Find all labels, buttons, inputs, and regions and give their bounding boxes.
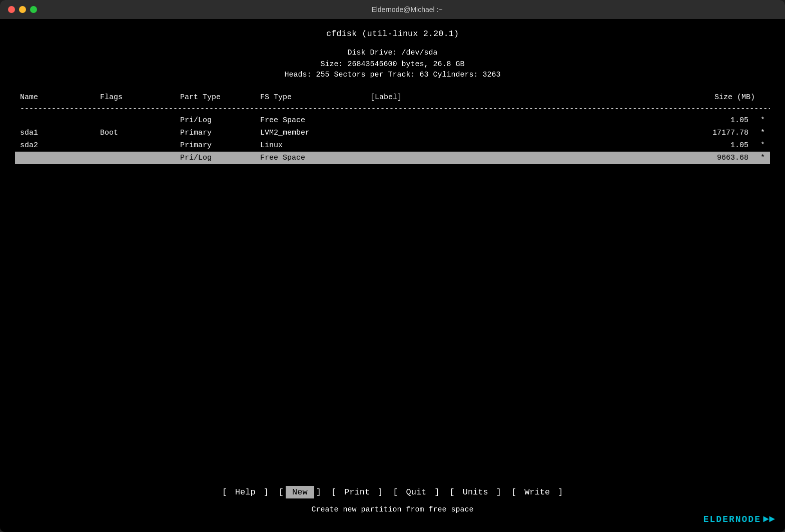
cell-flags [100, 154, 180, 162]
table-divider: ----------------------------------------… [15, 104, 770, 114]
menu-item-units[interactable]: [Units] [450, 486, 501, 498]
bracket-right: ] [496, 487, 501, 497]
node-text: NODE [735, 514, 761, 524]
menu-label: Quit [400, 486, 433, 498]
menu-label: Print [338, 486, 376, 498]
cell-size: 1.05 [470, 141, 758, 150]
cell-label [370, 141, 470, 150]
cell-parttype: Primary [180, 141, 260, 150]
col-header-name: Name [20, 93, 100, 102]
disk-size: Size: 26843545600 bytes, 26.8 GB [15, 60, 770, 69]
col-header-size: Size (MB) [470, 93, 765, 102]
terminal-window: Eldernode@Michael :~ cfdisk (util-linux … [0, 0, 785, 532]
bracket-left: [ [279, 487, 284, 497]
window-title: Eldernode@Michael :~ [37, 6, 777, 14]
bottom-bar: [Help] [New] [Print] [Quit] [Units] [Wri… [15, 478, 770, 522]
menu-item-write[interactable]: [Write] [511, 486, 563, 498]
cell-fstype: LVM2_member [260, 129, 370, 137]
bracket-right: ] [264, 487, 269, 497]
bracket-left: [ [393, 487, 398, 497]
cell-name [20, 116, 100, 125]
table-row[interactable]: sda2 Primary Linux 1.05 * [15, 139, 770, 152]
elder-text: ELDER [703, 514, 735, 524]
bracket-right: ] [434, 487, 439, 497]
bracket-right: ] [378, 487, 383, 497]
table-row[interactable]: Pri/Log Free Space 9663.68 * [15, 152, 770, 164]
cell-parttype: Primary [180, 129, 260, 137]
table-header-row: Name Flags Part Type FS Type [Label] Siz… [15, 91, 770, 104]
eldernode-logo: ELDERNODE ►► [703, 513, 775, 525]
menu-item-quit[interactable]: [Quit] [393, 486, 439, 498]
bracket-left: [ [511, 487, 516, 497]
table-rows-container: Pri/Log Free Space 1.05 * sda1 Boot Prim… [15, 114, 770, 164]
bracket-left: [ [222, 487, 227, 497]
col-header-flags: Flags [100, 93, 180, 102]
cell-star: * [758, 154, 765, 162]
menu-label: New [286, 486, 314, 498]
cell-parttype: Pri/Log [180, 116, 260, 125]
close-button[interactable] [8, 6, 15, 13]
cell-flags [100, 116, 180, 125]
cell-star: * [758, 129, 765, 137]
menu-label: Units [457, 486, 494, 498]
cell-star: * [758, 141, 765, 150]
bracket-left: [ [450, 487, 455, 497]
menu-bar: [Help] [New] [Print] [Quit] [Units] [Wri… [222, 486, 563, 498]
cell-name: sda2 [20, 141, 100, 150]
cell-name: sda1 [20, 129, 100, 137]
menu-item-print[interactable]: [Print] [331, 486, 383, 498]
cell-size: 17177.78 [470, 129, 758, 137]
disk-geometry: Heads: 255 Sectors per Track: 63 Cylinde… [15, 71, 770, 79]
bracket-right: ] [558, 487, 563, 497]
disk-drive-label: Disk Drive: /dev/sda [15, 49, 770, 57]
cell-flags [100, 141, 180, 150]
traffic-lights [8, 6, 37, 13]
cell-size: 1.05 [470, 116, 758, 125]
cell-parttype: Pri/Log [180, 154, 260, 162]
cell-star: * [758, 116, 765, 125]
menu-item-new[interactable]: [New] [279, 486, 321, 498]
col-header-parttype: Part Type [180, 93, 260, 102]
table-row[interactable]: Pri/Log Free Space 1.05 * [15, 114, 770, 127]
cell-label [370, 154, 470, 162]
cell-fstype: Free Space [260, 154, 370, 162]
status-text: Create new partition from free space [311, 505, 473, 514]
logo-icon: ►► [763, 513, 775, 525]
menu-label: Write [518, 486, 556, 498]
menu-item-help[interactable]: [Help] [222, 486, 269, 498]
col-header-label: [Label] [370, 93, 470, 102]
cell-label [370, 116, 470, 125]
bracket-left: [ [331, 487, 336, 497]
bracket-right: ] [316, 487, 321, 497]
minimize-button[interactable] [19, 6, 26, 13]
cell-flags: Boot [100, 129, 180, 137]
cell-label [370, 129, 470, 137]
maximize-button[interactable] [30, 6, 37, 13]
titlebar: Eldernode@Michael :~ [0, 0, 785, 19]
menu-label: Help [229, 486, 262, 498]
app-title: cfdisk (util-linux 2.20.1) [15, 29, 770, 39]
table-row[interactable]: sda1 Boot Primary LVM2_member 17177.78 * [15, 127, 770, 139]
cell-size: 9663.68 [470, 154, 758, 162]
cell-fstype: Free Space [260, 116, 370, 125]
partition-table: Name Flags Part Type FS Type [Label] Siz… [15, 91, 770, 164]
cell-fstype: Linux [260, 141, 370, 150]
terminal-content: cfdisk (util-linux 2.20.1) Disk Drive: /… [0, 19, 785, 532]
cell-name [20, 154, 100, 162]
col-header-fstype: FS Type [260, 93, 370, 102]
